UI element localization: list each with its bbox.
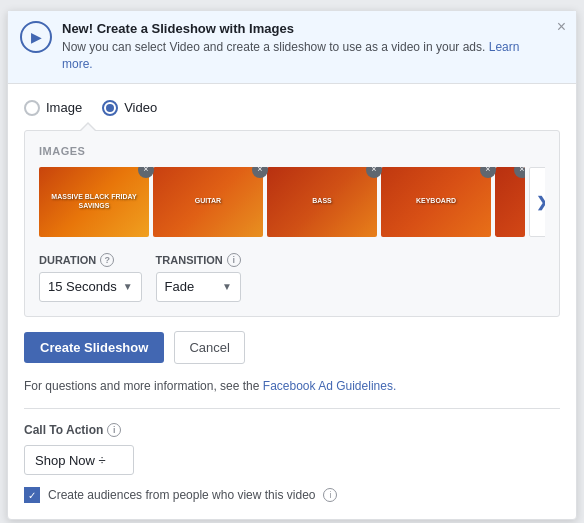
image-radio-label: Image: [46, 100, 82, 115]
transition-control: TRANSITION i Fade ▼: [156, 253, 241, 302]
remove-image-5-button[interactable]: ×: [514, 167, 525, 178]
notification-body: Now you can select Video and create a sl…: [62, 39, 540, 73]
create-audiences-checkbox[interactable]: ✓: [24, 487, 40, 503]
facebook-ad-guidelines-link[interactable]: Facebook Ad Guidelines.: [263, 379, 396, 393]
images-next-button[interactable]: ❯: [529, 167, 545, 237]
slideshow-controls: DURATION ? 15 Seconds ▼ TRANSITION i: [39, 253, 545, 302]
cta-label: Call To Action i: [24, 423, 560, 437]
transition-label: TRANSITION i: [156, 253, 241, 267]
section-divider: [24, 408, 560, 409]
duration-dropdown[interactable]: 15 Seconds ▼: [39, 272, 142, 302]
notification-content: New! Create a Slideshow with Images Now …: [62, 21, 540, 73]
image-radio-circle[interactable]: [24, 100, 40, 116]
remove-image-2-button[interactable]: ×: [252, 167, 268, 178]
cta-dropdown[interactable]: Shop Now ÷: [24, 445, 134, 475]
remove-image-4-button[interactable]: ×: [480, 167, 496, 178]
transition-dropdown[interactable]: Fade ▼: [156, 272, 241, 302]
image-thumb-5: DRUMS ×: [495, 167, 525, 237]
video-radio-label: Video: [124, 100, 157, 115]
modal-container: ▶ New! Create a Slideshow with Images No…: [7, 10, 577, 520]
cta-section: Call To Action i Shop Now ÷: [24, 423, 560, 475]
duration-help-icon[interactable]: ?: [100, 253, 114, 267]
create-audiences-row: ✓ Create audiences from people who view …: [24, 487, 560, 503]
transition-help-icon[interactable]: i: [227, 253, 241, 267]
duration-label: DURATION ?: [39, 253, 142, 267]
cta-help-icon[interactable]: i: [107, 423, 121, 437]
image-thumb-4: KEYBOARD ×: [381, 167, 491, 237]
image-radio-option[interactable]: Image: [24, 100, 82, 116]
image-thumb-3: BASS ×: [267, 167, 377, 237]
images-strip: MASSIVE BLACK FRIDAY SAVINGS × GUITAR ×: [39, 167, 545, 237]
create-audiences-label: Create audiences from people who view th…: [48, 488, 315, 502]
create-slideshow-button[interactable]: Create Slideshow: [24, 332, 164, 363]
main-content: Image Video IMAGES MASSIVE BLACK FRIDAY …: [8, 84, 576, 520]
notification-banner: ▶ New! Create a Slideshow with Images No…: [8, 11, 576, 84]
remove-image-3-button[interactable]: ×: [366, 167, 382, 178]
transition-caret-icon: ▼: [222, 281, 232, 292]
video-radio-circle[interactable]: [102, 100, 118, 116]
video-icon: ▶: [20, 21, 52, 53]
info-text: For questions and more information, see …: [24, 378, 560, 395]
close-notification-button[interactable]: ×: [557, 19, 566, 35]
images-section-label: IMAGES: [39, 145, 545, 157]
duration-caret-icon: ▼: [123, 281, 133, 292]
audiences-help-icon[interactable]: i: [323, 488, 337, 502]
duration-control: DURATION ? 15 Seconds ▼: [39, 253, 142, 302]
remove-image-1-button[interactable]: ×: [138, 167, 154, 178]
image-thumb-2: GUITAR ×: [153, 167, 263, 237]
notification-title: New! Create a Slideshow with Images: [62, 21, 540, 36]
slideshow-panel: IMAGES MASSIVE BLACK FRIDAY SAVINGS ×: [24, 130, 560, 317]
cancel-button[interactable]: Cancel: [174, 331, 244, 364]
tab-pointer: [80, 122, 96, 130]
image-thumb-1: MASSIVE BLACK FRIDAY SAVINGS ×: [39, 167, 149, 237]
media-type-tabs: Image Video: [24, 100, 560, 116]
action-buttons: Create Slideshow Cancel: [24, 331, 560, 364]
video-radio-option[interactable]: Video: [102, 100, 157, 116]
